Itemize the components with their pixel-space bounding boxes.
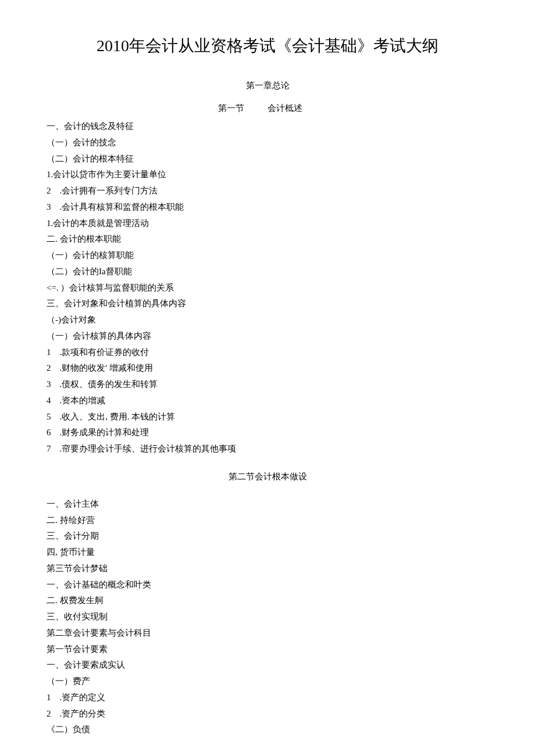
outline-line: （一）会计的核算职能 [47, 248, 488, 264]
outline-line: 1 .资产的定义 [47, 690, 488, 706]
outline-line: 四, 货币计量 [47, 544, 488, 561]
outline-line: 一、会计基础的概念和叶类 [47, 577, 488, 593]
section-1-heading: 第一节 会计柢述 [47, 103, 488, 114]
section-1-name: 会计柢述 [268, 103, 302, 114]
outline-line: （一）会计核算的具体内容 [47, 328, 488, 345]
section-1-label: 第一节 [47, 103, 268, 114]
outline-line: 二. 持绘好营 [47, 513, 488, 529]
outline-line: （-)会计对象 [47, 312, 488, 328]
outline-line: 第二章会计要素与会计科目 [47, 625, 488, 642]
outline-line: 2 .会计拥有一系列专门方法 [47, 183, 488, 199]
outline-line: （一）会计的技念 [47, 135, 488, 151]
outline-line: 第一节会计要素 [47, 642, 488, 658]
outline-line: 《二）负债 [47, 722, 488, 738]
outline-line: 4 .资本的增减 [47, 393, 488, 409]
outline-line: 一、会计的钱念及特征 [47, 119, 488, 135]
outline-line: <=. ）会计核算与监督职能的关系 [47, 280, 488, 296]
outline-line: 6 .财务成果的计算和处理 [47, 425, 488, 441]
outline-line: 二. 会计的根本职能 [47, 231, 488, 248]
outline-line: （二）会计的Ia督职能 [47, 264, 488, 280]
outline-line: 一、会计主体 [47, 496, 488, 513]
outline-line: 第三节会计梦础 [47, 561, 488, 577]
outline-line: 2 .财物的收发' 增减和使用 [47, 360, 488, 377]
outline-line: 一、会计要索成实认 [47, 657, 488, 673]
outline-line: （二）会计的根本特征 [47, 151, 488, 167]
outline-line: 3 .债权、债务的发生和转算 [47, 377, 488, 393]
outline-line: 1 .款项和有价证券的收付 [47, 345, 488, 361]
outline-line: 三、收付实现制 [47, 609, 488, 625]
outline-line: 三、会计对象和会计植算的具体内容 [47, 296, 488, 312]
outline-line: （一）费产 [47, 673, 488, 690]
outline-line: 二. 权费发生舸 [47, 593, 488, 609]
outline-line: 7 .帘要办理会计手续、进行会计核算的其他事项 [47, 441, 488, 457]
outline-line: 三、会计分期 [47, 528, 488, 544]
outline-line: 2 .资产的分类 [47, 706, 488, 722]
chapter-1-heading: 第一章总论 [47, 80, 488, 91]
outline-line: 1.会计以贷市作为主要计量单位 [47, 167, 488, 183]
outline-line: 1.会计的本质就是管理活动 [47, 216, 488, 232]
outline-line: 5 .收入、支出, 费用. 本钱的计算 [47, 409, 488, 425]
section-2-heading: 第二节会计根本做设 [47, 471, 488, 482]
outline-line: 3 .会计具有核算和监督的根本职能 [47, 199, 488, 216]
document-title: 2010年会计从业资格考试《会计基础》考试大纲 [47, 35, 488, 57]
